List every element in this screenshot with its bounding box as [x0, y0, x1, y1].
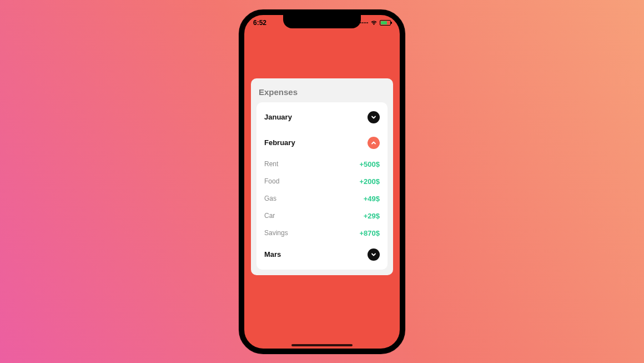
battery-fill	[381, 21, 387, 24]
expense-label: Food	[264, 177, 279, 185]
expense-row: Rent +500$	[256, 156, 388, 173]
chevron-up-icon[interactable]	[368, 137, 380, 149]
months-list: January February Rent +500$ Food +200$	[256, 102, 388, 270]
expense-amount: +29$	[364, 212, 380, 220]
month-header-january[interactable]: January	[256, 105, 388, 130]
expenses-card: Expenses January February Rent +500$	[251, 78, 393, 275]
status-indicators	[360, 20, 391, 26]
expense-amount: +870$	[359, 229, 380, 237]
expense-row: Gas +49$	[256, 190, 388, 207]
month-label: Mars	[264, 250, 281, 258]
expense-amount: +49$	[364, 195, 380, 203]
wifi-icon	[370, 20, 378, 26]
expense-row: Savings +870$	[256, 225, 388, 242]
battery-icon	[380, 20, 391, 26]
phone-frame: 6:52 Expenses January	[239, 9, 405, 354]
month-header-february[interactable]: February	[256, 130, 388, 156]
expense-label: Rent	[264, 160, 278, 168]
home-indicator[interactable]	[291, 344, 353, 346]
expense-amount: +500$	[359, 160, 380, 168]
cellular-signal-icon	[360, 22, 368, 23]
chevron-down-icon[interactable]	[368, 248, 380, 261]
expense-label: Savings	[264, 229, 288, 237]
chevron-down-icon[interactable]	[368, 111, 380, 123]
card-title: Expenses	[251, 84, 393, 102]
expense-label: Car	[264, 212, 275, 220]
month-label: January	[264, 113, 292, 121]
expense-row: Car +29$	[256, 207, 388, 225]
phone-notch	[283, 15, 361, 28]
expense-row: Food +200$	[256, 173, 388, 190]
expense-amount: +200$	[359, 177, 380, 186]
expense-label: Gas	[264, 195, 276, 202]
month-header-mars[interactable]: Mars	[256, 242, 388, 267]
month-label: February	[264, 138, 295, 147]
status-time: 6:52	[253, 19, 266, 27]
